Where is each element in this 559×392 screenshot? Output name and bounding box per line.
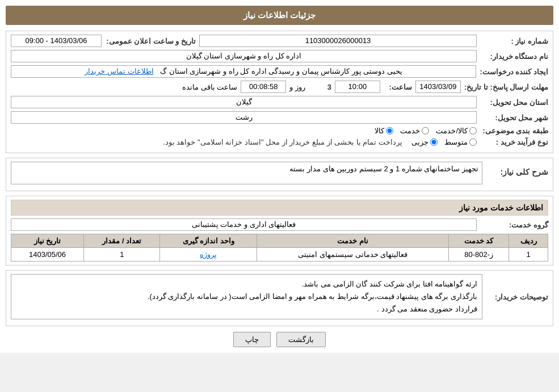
category-radio-kala-khedmat[interactable] xyxy=(469,127,477,134)
category-label: طبقه بندی موضوعی: xyxy=(480,127,548,135)
buyer-org-label: نام دستگاه خریدار: xyxy=(480,52,548,61)
row-buyer-org: نام دستگاه خریدار: اداره کل راه و شهرساز… xyxy=(11,50,548,62)
services-table: ردیف کد خدمت نام خدمت واحد اندازه گیری ت… xyxy=(11,234,548,262)
process-option-jozii[interactable]: جزیی xyxy=(411,138,438,146)
col-date: تاریخ نیاز xyxy=(11,234,84,248)
row-category: طبقه بندی موضوعی: کالا/خدمت خدمت کالا xyxy=(11,127,548,135)
col-row-num: ردیف xyxy=(509,234,548,248)
process-label-jozii: جزیی xyxy=(411,138,428,146)
category-label-kala: کالا xyxy=(375,127,384,135)
deadline-time: 10:00 xyxy=(335,81,380,93)
services-section: اطلاعات خدمات مورد نیاز گروه خدمت: فعالی… xyxy=(6,196,553,265)
cell-quantity: 1 xyxy=(84,248,160,262)
col-quantity: تعداد / مقدار xyxy=(84,234,160,248)
cell-service-name: فعالیتهای خدماتی سیستمهای امنیتی xyxy=(257,248,449,262)
buyer-notes-section: توصیحات خریدار: ارئه گواهینامه افتا برای… xyxy=(6,270,553,326)
category-option-kala-khedmat[interactable]: کالا/خدمت xyxy=(436,127,477,135)
description-value: تجهیز ساختمانهای شماره 1 و 2 سیستم دوربی… xyxy=(11,162,482,184)
category-option-kala[interactable]: کالا xyxy=(375,127,393,135)
cell-unit: پروژه xyxy=(160,248,257,262)
process-radio-motavasset[interactable] xyxy=(469,138,477,146)
category-radio-khedmat[interactable] xyxy=(422,127,429,134)
creator-value: یحیی دوستی پور کارشناس پیمان و رسیدگی اد… xyxy=(11,65,476,78)
announce-value: 1403/03/06 - 09:00 xyxy=(11,35,102,47)
row-creator: ایجاد کننده درخواست: یحیی دوستی پور کارش… xyxy=(11,65,548,78)
cell-date: 1403/05/06 xyxy=(11,248,84,262)
deadline-label: مهلت ارسال پاسخ: تا تاریخ: xyxy=(464,83,548,91)
table-row: 1 ز-802-80 فعالیتهای خدماتی سیستمهای امن… xyxy=(11,248,548,262)
category-label-kala-khedmat: کالا/خدمت xyxy=(436,127,468,135)
process-label: نوع فرآیند خرید : xyxy=(480,138,548,146)
col-unit: واحد اندازه گیری xyxy=(160,234,257,248)
notes-line3: قرارداد حضوری منعقد می گردد . xyxy=(16,303,477,315)
cell-row-num: 1 xyxy=(509,248,548,262)
city-label: شهر محل تحویل: xyxy=(480,113,548,122)
table-header-row: ردیف کد خدمت نام خدمت واحد اندازه گیری ت… xyxy=(11,234,548,248)
province-value: گیلان xyxy=(11,96,477,108)
description-label: شرح کلی نیاز: xyxy=(486,167,548,176)
notes-content: ارئه گواهینامه افتا برای شرکت کنند گان ا… xyxy=(11,274,482,319)
deadline-days: 3 xyxy=(309,83,331,91)
order-number-value: 1103000026000013 xyxy=(199,35,477,47)
creator-text: یحیی دوستی پور کارشناس پیمان و رسیدگی اد… xyxy=(160,67,402,75)
description-section: شرح کلی نیاز: تجهیز ساختمانهای شماره 1 و… xyxy=(6,158,553,191)
description-row: شرح کلی نیاز: تجهیز ساختمانهای شماره 1 و… xyxy=(11,162,548,184)
category-option-khedmat[interactable]: خدمت xyxy=(400,127,429,135)
button-row: بازگشت چاپ xyxy=(6,332,553,347)
order-number-label: شماره نیاز : xyxy=(480,37,548,45)
notes-line1: ارئه گواهینامه افتا برای شرکت کنند گان ا… xyxy=(16,278,477,290)
process-note: پرداخت تمام یا بخشی از مبلغ خریدار از مح… xyxy=(163,138,402,146)
row-order-announce: شماره نیاز : 1103000026000013 تاریخ و سا… xyxy=(11,35,548,47)
announce-label: تاریخ و ساعت اعلان عمومی: xyxy=(105,37,196,45)
process-label-motavasset: متوسط xyxy=(444,138,468,146)
group-value: فعالیتهای اداری و خدمات پشتیبانی xyxy=(11,218,477,231)
province-label: استان محل تحویل: xyxy=(480,98,548,107)
process-option-motavasset[interactable]: متوسط xyxy=(444,138,477,146)
process-radio-jozii[interactable] xyxy=(430,138,438,146)
category-label-khedmat: خدمت xyxy=(400,127,420,135)
notes-label: توصیحات خریدار: xyxy=(486,293,548,301)
category-radio-group: کالا/خدمت خدمت کالا xyxy=(375,127,477,135)
cell-service-code: ز-802-80 xyxy=(449,248,509,262)
creator-link[interactable]: اطلاعات تماس خریدار xyxy=(85,67,153,75)
deadline-remaining: 00:08:58 xyxy=(241,81,286,93)
main-info-section: شماره نیاز : 1103000026000013 تاریخ و سا… xyxy=(6,31,553,153)
deadline-date: 1403/03/09 xyxy=(415,81,461,93)
page-header: جزئیات اطلاعات نیاز xyxy=(6,6,553,25)
notes-line2: بارگذاری برگه های پیشنهاد قیمت،برگه شرای… xyxy=(16,290,477,303)
creator-label: ایجاد کننده درخواست: xyxy=(480,68,548,76)
col-service-name: نام خدمت xyxy=(257,234,449,248)
category-radio-kala[interactable] xyxy=(386,127,393,134)
row-city: شهر محل تحویل: رشت xyxy=(11,111,548,124)
row-province: استان محل تحویل: گیلان xyxy=(11,96,548,108)
deadline-time-label: ساعت: xyxy=(384,83,412,91)
page-title: جزئیات اطلاعات نیاز xyxy=(243,10,316,20)
deadline-days-label: روز و xyxy=(289,83,305,91)
notes-row: توصیحات خریدار: ارئه گواهینامه افتا برای… xyxy=(11,274,548,319)
process-radio-group: متوسط جزیی xyxy=(411,138,477,146)
group-label: گروه خدمت: xyxy=(480,221,548,229)
back-button[interactable]: بازگشت xyxy=(276,332,326,347)
deadline-remaining-label: ساعت باقی مانده xyxy=(182,83,237,91)
city-value: رشت xyxy=(11,111,477,124)
group-row: گروه خدمت: فعالیتهای اداری و خدمات پشتیب… xyxy=(11,218,548,231)
row-deadline: مهلت ارسال پاسخ: تا تاریخ: 1403/03/09 سا… xyxy=(11,81,548,93)
col-service-code: کد خدمت xyxy=(449,234,509,248)
row-process: نوع فرآیند خرید : متوسط جزیی پرداخت تمام… xyxy=(11,138,548,146)
buyer-org-value: اداره کل راه و شهرسازی استان گیلان xyxy=(11,50,477,62)
services-title: اطلاعات خدمات مورد نیاز xyxy=(11,200,548,216)
print-button[interactable]: چاپ xyxy=(233,332,271,347)
